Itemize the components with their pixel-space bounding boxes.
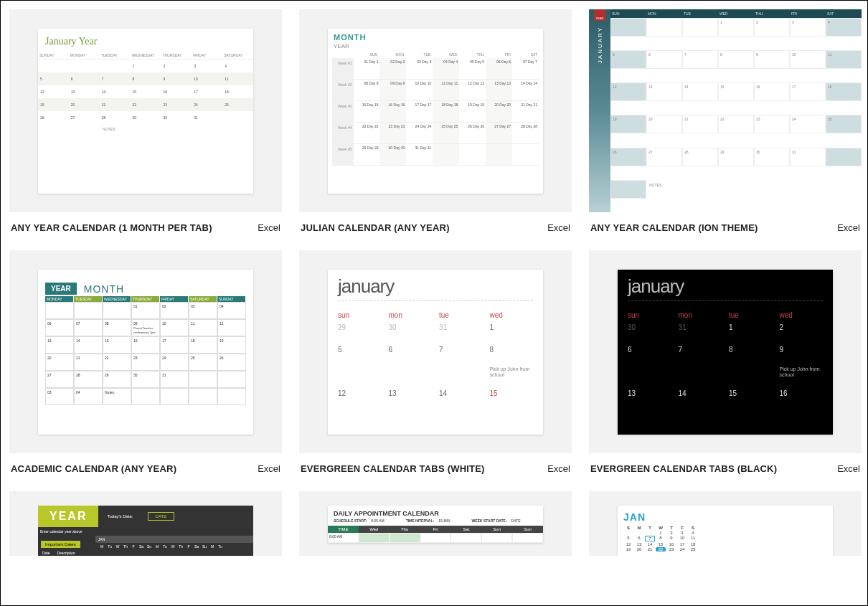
- hint-text: Enter calendar year above: [38, 527, 253, 536]
- year-label: YEAR: [334, 43, 366, 49]
- template-title: ANY YEAR CALENDAR (ION THEME): [590, 222, 758, 233]
- month-title: january: [328, 270, 543, 300]
- year-tab: YEAR: [594, 9, 605, 21]
- calendar-preview: january sunmontuewed29303115678Pick up J…: [328, 270, 543, 435]
- preview-heading: January Year: [38, 29, 253, 52]
- template-meta: EVERGREEN CALENDAR TABS (BLACK) Excel: [589, 453, 862, 474]
- important-dates-label: Important Dates: [41, 541, 80, 548]
- template-card[interactable]: MONTH YEAR SUNMONTUEWEDTHUFRISAT Week #1…: [299, 9, 572, 233]
- template-thumbnail: JAN SMTWTFS12345678910111213141516171819…: [589, 491, 862, 556]
- template-thumbnail: january sunmontuewed3031126789Pick up Jo…: [589, 250, 862, 453]
- template-card[interactable]: YEAR Today's Date: DATE Enter calendar y…: [9, 491, 282, 556]
- calendar-preview: YEAR Today's Date: DATE Enter calendar y…: [38, 506, 253, 556]
- calendar-preview: january sunmontuewed3031126789Pick up Jo…: [618, 270, 833, 435]
- month-title: january: [618, 270, 833, 300]
- template-app: Excel: [258, 463, 280, 474]
- mini-month: JAN: [95, 536, 253, 543]
- template-title: ACADEMIC CALENDAR (ANY YEAR): [11, 463, 176, 474]
- month-label: JANUARY: [597, 27, 603, 63]
- template-meta: JULIAN CALENDAR (ANY YEAR) Excel: [299, 212, 572, 233]
- today-label: Today's Date:: [107, 514, 133, 519]
- calendar-preview: January Year SUNDAYMONDAYTUESDAYWEDNESDA…: [38, 29, 253, 194]
- month-label: MONTH: [334, 33, 366, 42]
- template-app: Excel: [837, 463, 860, 474]
- template-thumbnail: MONTH YEAR SUNMONTUEWEDTHUFRISAT Week #1…: [299, 9, 572, 212]
- template-thumbnail: YEAR MONTH MONDAYTUESDAYWEDNESDAYTHURSDA…: [9, 250, 282, 453]
- template-title: EVERGREEN CALENDAR TABS (BLACK): [590, 463, 777, 474]
- template-title: ANY YEAR CALENDAR (1 MONTH PER TAB): [11, 222, 212, 233]
- date-button: DATE: [148, 512, 175, 521]
- template-title: EVERGREEN CALENDAR TABS (WHITE): [301, 463, 485, 474]
- template-meta: ACADEMIC CALENDAR (ANY YEAR) Excel: [9, 453, 282, 474]
- template-card[interactable]: YEAR JANUARY SUNMONTUEWEDTHUFRISAT 12345…: [589, 9, 862, 233]
- month-label: JAN: [623, 511, 827, 526]
- template-app: Excel: [547, 222, 570, 233]
- template-app: Excel: [837, 222, 860, 233]
- template-meta: ANY YEAR CALENDAR (1 MONTH PER TAB) Exce…: [9, 212, 282, 233]
- calendar-preview: YEAR JANUARY SUNMONTUEWEDTHUFRISAT 12345…: [589, 9, 862, 212]
- template-card[interactable]: YEAR MONTH MONDAYTUESDAYWEDNESDAYTHURSDA…: [9, 250, 282, 474]
- year-label: YEAR: [38, 506, 98, 527]
- calendar-preview: JAN SMTWTFS12345678910111213141516171819…: [618, 506, 833, 556]
- template-title: JULIAN CALENDAR (ANY YEAR): [301, 222, 450, 233]
- template-meta: ANY YEAR CALENDAR (ION THEME) Excel: [589, 212, 862, 233]
- month-label: MONTH: [84, 283, 124, 295]
- calendar-preview: DAILY APPOINTMENT CALENDAR SCHEDULE STAR…: [328, 506, 543, 543]
- template-app: Excel: [258, 222, 280, 233]
- calendar-preview: YEAR MONTH MONDAYTUESDAYWEDNESDAYTHURSDA…: [38, 270, 253, 435]
- template-thumbnail: DAILY APPOINTMENT CALENDAR SCHEDULE STAR…: [299, 491, 572, 556]
- template-thumbnail: january sunmontuewed29303115678Pick up J…: [299, 250, 572, 453]
- notes-label: NOTES: [38, 124, 253, 131]
- calendar-preview: MONTH YEAR SUNMONTUEWEDTHUFRISAT Week #1…: [328, 29, 543, 194]
- template-app: Excel: [547, 463, 570, 474]
- template-thumbnail: YEAR Today's Date: DATE Enter calendar y…: [9, 491, 282, 556]
- year-label: YEAR: [45, 283, 77, 295]
- template-card[interactable]: January Year SUNDAYMONDAYTUESDAYWEDNESDA…: [9, 9, 282, 233]
- template-thumbnail: January Year SUNDAYMONDAYTUESDAYWEDNESDA…: [9, 9, 282, 212]
- template-thumbnail: YEAR JANUARY SUNMONTUEWEDTHUFRISAT 12345…: [589, 9, 862, 212]
- template-card[interactable]: january sunmontuewed3031126789Pick up Jo…: [589, 250, 862, 474]
- template-card[interactable]: DAILY APPOINTMENT CALENDAR SCHEDULE STAR…: [299, 491, 572, 556]
- template-meta: EVERGREEN CALENDAR TABS (WHITE) Excel: [299, 453, 572, 474]
- template-card[interactable]: january sunmontuewed29303115678Pick up J…: [299, 250, 572, 474]
- template-grid: January Year SUNDAYMONDAYTUESDAYWEDNESDA…: [1, 1, 867, 564]
- preview-title: DAILY APPOINTMENT CALENDAR: [328, 506, 543, 519]
- template-card[interactable]: JAN SMTWTFS12345678910111213141516171819…: [589, 491, 862, 556]
